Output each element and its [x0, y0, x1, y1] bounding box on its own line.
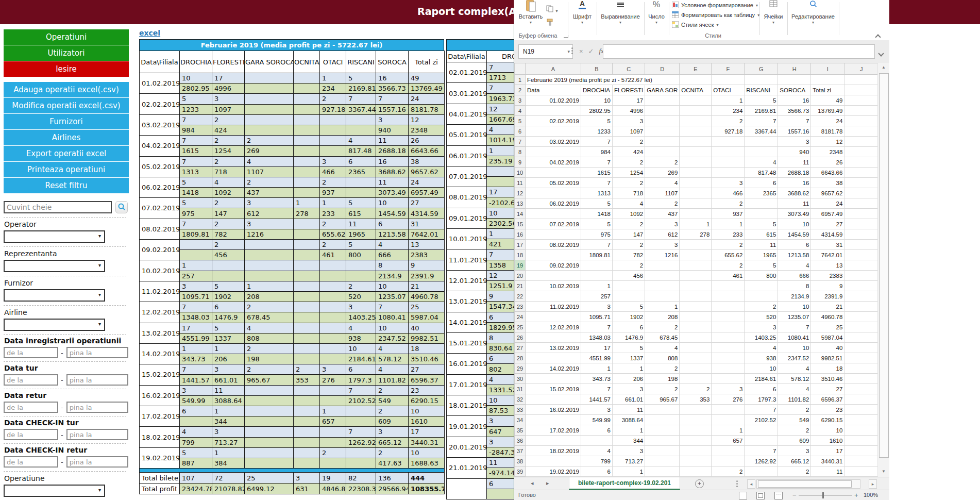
excel-cell[interactable]: [645, 436, 680, 446]
excel-cell[interactable]: 2: [712, 116, 745, 126]
excel-cell[interactable]: 2: [712, 466, 745, 477]
excel-cell[interactable]: 678.45: [645, 332, 680, 343]
excel-row-header[interactable]: 31: [515, 384, 526, 394]
excel-row-header[interactable]: 35: [515, 425, 526, 436]
excel-cell[interactable]: [712, 291, 745, 302]
page-break-view-icon[interactable]: [774, 492, 783, 499]
excel-row-header[interactable]: 22: [515, 291, 526, 302]
excel-cell[interactable]: 4: [645, 178, 680, 188]
enter-icon[interactable]: ✓: [588, 47, 594, 55]
excel-row-header[interactable]: 29: [515, 363, 526, 374]
excel-cell[interactable]: 07.02.2019: [526, 219, 581, 229]
excel-cell[interactable]: 3: [645, 240, 680, 250]
excel-cell[interactable]: 4: [613, 198, 645, 209]
excel-cell[interactable]: 276: [712, 394, 745, 405]
cell-styles-button[interactable]: Стили ячеек▾: [672, 20, 719, 29]
conditional-formatting-button[interactable]: Условное форматирование▾: [672, 1, 758, 10]
excel-cell[interactable]: 233: [712, 229, 745, 240]
excel-cell[interactable]: 1337: [613, 353, 645, 363]
search-input[interactable]: [4, 201, 112, 213]
date-to-input[interactable]: [66, 374, 128, 386]
excel-cell[interactable]: 1809.81: [581, 250, 613, 260]
excel-cell[interactable]: 938: [745, 353, 778, 363]
date-to-input[interactable]: [66, 456, 128, 468]
excel-cell[interactable]: 661.01: [613, 394, 645, 405]
excel-cell[interactable]: 655.62: [712, 250, 745, 260]
cells-group-button[interactable]: Ячейки ▾: [762, 0, 785, 25]
excel-cell[interactable]: 520: [745, 312, 778, 322]
excel-cell[interactable]: 4996: [613, 106, 645, 116]
excel-cell[interactable]: 3440.31: [811, 456, 844, 466]
excel-export-link[interactable]: excel: [139, 29, 160, 37]
excel-cell[interactable]: [680, 281, 712, 291]
page-layout-view-icon[interactable]: [756, 492, 765, 499]
excel-cell[interactable]: 7: [745, 116, 778, 126]
excel-cell[interactable]: 11: [613, 405, 645, 415]
excel-cell[interactable]: 31: [811, 240, 844, 250]
excel-cell[interactable]: 1965: [745, 250, 778, 260]
excel-cell[interactable]: 4: [778, 384, 811, 394]
excel-cell[interactable]: 17: [613, 95, 645, 106]
excel-cell[interactable]: 975: [581, 229, 613, 240]
excel-cell[interactable]: 808: [645, 353, 680, 363]
excel-cell[interactable]: 6: [581, 466, 613, 477]
excel-cell[interactable]: [712, 415, 745, 425]
excel-cell[interactable]: 1797.3: [745, 394, 778, 405]
excel-cell[interactable]: 3: [712, 384, 745, 394]
excel-cell[interactable]: 1403.25: [745, 332, 778, 343]
excel-cell[interactable]: 615: [745, 229, 778, 240]
excel-cell[interactable]: RISCANI: [745, 85, 778, 95]
excel-cell[interactable]: [712, 405, 745, 415]
excel-cell[interactable]: [526, 147, 581, 157]
excel-cell[interactable]: [745, 137, 778, 147]
excel-cell[interactable]: [526, 353, 581, 363]
excel-cell[interactable]: [581, 436, 613, 446]
excel-cell[interactable]: 1: [581, 281, 613, 291]
excel-cell[interactable]: 1476.9: [613, 332, 645, 343]
excel-cell[interactable]: 13: [811, 260, 844, 271]
excel-row-header[interactable]: 24: [515, 312, 526, 322]
excel-column-header[interactable]: E: [680, 63, 712, 75]
normal-view-icon[interactable]: [739, 492, 747, 499]
excel-cell[interactable]: 1: [581, 363, 613, 374]
excel-cell[interactable]: [680, 147, 712, 157]
excel-cell[interactable]: 5: [581, 219, 613, 229]
excel-cell[interactable]: [844, 322, 878, 332]
excel-cell[interactable]: DROCHIA: [581, 85, 613, 95]
excel-cell[interactable]: [680, 322, 712, 332]
zoom-slider[interactable]: [799, 495, 852, 496]
excel-cell[interactable]: 456: [613, 271, 645, 281]
excel-cell[interactable]: 782: [613, 250, 645, 260]
excel-cell[interactable]: 1: [613, 466, 645, 477]
excel-cell[interactable]: [526, 126, 581, 137]
excel-cell[interactable]: 1080.41: [778, 332, 811, 343]
excel-cell[interactable]: 12.02.2019: [526, 322, 581, 332]
excel-cell[interactable]: 609: [778, 436, 811, 446]
sidebar-action-button[interactable]: Furnizori: [4, 114, 129, 129]
excel-cell[interactable]: 657: [712, 436, 745, 446]
excel-cell[interactable]: [712, 332, 745, 343]
excel-cell[interactable]: 2: [613, 219, 645, 229]
excel-cell[interactable]: [680, 178, 712, 188]
excel-cell[interactable]: 9: [811, 281, 844, 291]
excel-row-header[interactable]: 23: [515, 302, 526, 312]
excel-cell[interactable]: 38: [811, 178, 844, 188]
excel-cell[interactable]: [745, 436, 778, 446]
excel-cell[interactable]: 7: [581, 137, 613, 147]
excel-cell[interactable]: 10: [778, 219, 811, 229]
excel-cell[interactable]: 3088.64: [613, 415, 645, 425]
excel-row-header[interactable]: 5: [515, 116, 526, 126]
excel-cell[interactable]: [844, 363, 878, 374]
excel-cell[interactable]: [844, 302, 878, 312]
excel-cell[interactable]: 940: [778, 147, 811, 157]
excel-cell[interactable]: [613, 281, 645, 291]
excel-row-header[interactable]: 20: [515, 271, 526, 281]
excel-cell[interactable]: 7: [581, 240, 613, 250]
excel-cell[interactable]: 3073.49: [778, 209, 811, 219]
excel-cell[interactable]: 3: [645, 219, 680, 229]
excel-cell[interactable]: 14.02.2019: [526, 363, 581, 374]
excel-cell[interactable]: [645, 271, 680, 281]
excel-cell[interactable]: [844, 312, 878, 322]
excel-cell[interactable]: [844, 229, 878, 240]
excel-row-header[interactable]: 25: [515, 322, 526, 332]
